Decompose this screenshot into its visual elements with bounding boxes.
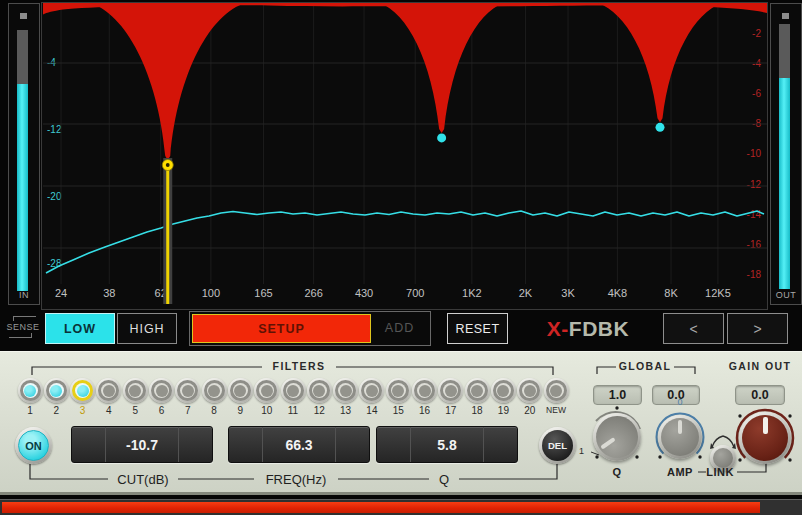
filter-button-15[interactable] <box>386 378 411 403</box>
freq-tick-label: 700 <box>395 287 435 299</box>
filter-button-10[interactable] <box>254 378 279 403</box>
cut-value[interactable]: -10.7 <box>106 427 178 462</box>
selected-filter-band <box>163 158 172 304</box>
right-axis-label: -4 <box>729 58 761 69</box>
freq-decrement[interactable] <box>229 427 263 462</box>
sense-high-button[interactable]: HIGH <box>117 313 177 344</box>
sense-label: SENSE <box>4 322 42 332</box>
reset-button[interactable]: RESET <box>447 313 508 344</box>
gain-out-title: GAIN OUT <box>723 360 797 372</box>
filter-button-2[interactable] <box>44 378 69 403</box>
right-axis-label: -16 <box>729 239 761 250</box>
next-filter-button[interactable]: > <box>727 313 788 344</box>
global-q-knob-label: Q <box>599 466 635 478</box>
setup-progress-fill <box>2 502 760 513</box>
filter-button-9[interactable] <box>228 378 253 403</box>
output-meter: OUT <box>770 3 802 305</box>
toolbar: SENSE LOW HIGH SETUP ADD RESET X-FDBK < … <box>0 310 802 351</box>
freq-label: FREQ(Hz) <box>254 472 338 487</box>
filter-button-20[interactable] <box>517 378 542 403</box>
filter-button-16[interactable] <box>412 378 437 403</box>
selected-filter-handle[interactable] <box>162 160 173 171</box>
filter-handle[interactable] <box>437 133 446 142</box>
filter-button-19[interactable] <box>491 378 516 403</box>
freq-tick-label: 38 <box>89 287 129 299</box>
freq-tick-label: 8K <box>651 287 691 299</box>
filter-button-5[interactable] <box>123 378 148 403</box>
global-amp-knob[interactable] <box>658 415 702 459</box>
filter-button-11[interactable] <box>281 378 306 403</box>
filter-button-7[interactable] <box>175 378 200 403</box>
cut-decrement[interactable] <box>72 427 106 462</box>
freq-tick-label: 430 <box>344 287 384 299</box>
output-meter-headroom <box>779 24 790 78</box>
filter-delete-label: DEL <box>542 430 573 461</box>
filter-button-1[interactable] <box>18 378 43 403</box>
setup-button[interactable]: SETUP <box>192 314 371 343</box>
filter-button-6[interactable] <box>149 378 174 403</box>
q-value[interactable]: 5.8 <box>411 427 483 462</box>
q-value-box[interactable]: 5.8 <box>376 426 518 463</box>
global-section-title: GLOBAL <box>612 360 678 372</box>
filter-button-8[interactable] <box>202 378 227 403</box>
freq-increment[interactable] <box>335 427 369 462</box>
filter-button-14[interactable] <box>359 378 384 403</box>
filter-button-4[interactable] <box>96 378 121 403</box>
panel-bottom-strip <box>0 492 802 495</box>
filter-button-18[interactable] <box>465 378 490 403</box>
right-axis-label: -6 <box>729 88 761 99</box>
link-label: LINK <box>702 466 738 478</box>
prev-filter-button[interactable]: < <box>663 313 724 344</box>
filter-on-label: ON <box>18 430 49 461</box>
plugin-logo: X-FDBK <box>540 313 636 344</box>
analyzer-graph[interactable]: -4-12-20-28 -2-4-6-8-10-12-14-16-18 2438… <box>41 2 768 310</box>
cut-value-box[interactable]: -10.7 <box>71 426 213 463</box>
filters-section-title: FILTERS <box>264 360 334 372</box>
freq-tick-label: 2K <box>505 287 545 299</box>
setup-progress-bar <box>0 499 802 515</box>
filter-button-new[interactable] <box>544 378 569 403</box>
global-q-knob-face <box>588 408 646 466</box>
logo-fdbk: FDBK <box>569 317 629 341</box>
filter-button-3[interactable] <box>70 378 95 403</box>
cut-increment[interactable] <box>178 427 212 462</box>
freq-tick-label: 266 <box>294 287 334 299</box>
filter-button-13[interactable] <box>333 378 358 403</box>
left-axis-label: -12 <box>47 124 77 135</box>
freq-tick-label: 4K8 <box>597 287 637 299</box>
filter-delete-button[interactable]: DEL <box>539 427 576 464</box>
q-decrement[interactable] <box>377 427 411 462</box>
output-meter-peak-tick <box>782 13 789 19</box>
add-button[interactable]: ADD <box>372 314 427 341</box>
gain-out-knob[interactable] <box>739 412 791 464</box>
right-axis-label: -14 <box>729 209 761 220</box>
freq-tick-label: 24 <box>41 287 81 299</box>
control-panel: FILTERS 1234567891011121314151617181920N… <box>0 351 802 493</box>
q-increment[interactable] <box>483 427 517 462</box>
global-q-value-box[interactable]: 1.0 <box>593 385 642 405</box>
gain-out-value-box[interactable]: 0.0 <box>735 385 785 405</box>
q-label: Q <box>429 472 459 487</box>
global-amp-zero-label: 0 <box>672 397 688 407</box>
filter-handle[interactable] <box>656 123 665 132</box>
gain-out-knob-pointer <box>763 417 768 434</box>
global-q-knob[interactable] <box>593 413 641 461</box>
sense-low-button[interactable]: LOW <box>45 313 115 344</box>
logo-x: X- <box>547 317 569 341</box>
selected-filter-line[interactable] <box>166 165 169 304</box>
filter-on-button[interactable]: ON <box>15 427 52 464</box>
global-q-min-label: 1 <box>579 446 591 456</box>
x-fdbk-plugin-window: IN -4-12-20-28 -2-4-6-8-10-12-14-16-18 2… <box>0 0 802 515</box>
freq-value-box[interactable]: 66.3 <box>228 426 370 463</box>
input-meter-headroom <box>17 30 28 84</box>
left-axis-label: -28 <box>47 258 77 269</box>
global-amp-knob-face <box>661 418 699 456</box>
filter-button-17[interactable] <box>438 378 463 403</box>
gain-out-knob-face <box>742 415 788 461</box>
link-button-face <box>713 448 733 468</box>
filter-button-12[interactable] <box>307 378 332 403</box>
freq-value[interactable]: 66.3 <box>263 427 335 462</box>
right-axis-label: -18 <box>729 269 761 280</box>
freq-tick-label: 100 <box>191 287 231 299</box>
right-axis-label: -2 <box>729 28 761 39</box>
